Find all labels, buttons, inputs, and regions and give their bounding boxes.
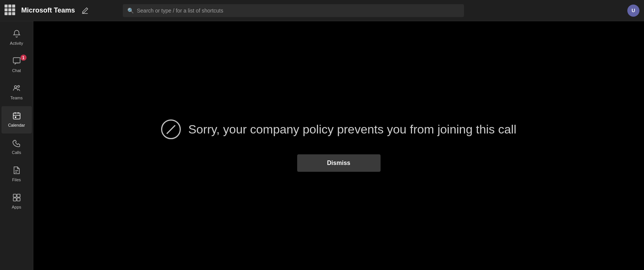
svg-rect-0 [13, 58, 20, 63]
main-layout: Activity 1 Chat Teams [0, 21, 644, 270]
topbar-right: U [627, 5, 639, 17]
teams-icon [13, 84, 21, 94]
sidebar-item-label-files: Files [12, 177, 21, 182]
topbar-left: Microsoft Teams [5, 5, 118, 17]
calls-icon [13, 139, 21, 149]
sidebar-item-chat[interactable]: 1 Chat [2, 52, 32, 79]
sidebar-item-label-apps: Apps [12, 205, 21, 210]
sidebar-item-teams[interactable]: Teams [2, 79, 32, 106]
apps-grid-icon[interactable] [5, 5, 17, 17]
files-icon [13, 166, 21, 176]
bell-icon [13, 30, 21, 39]
error-message: Sorry, your company policy prevents you … [161, 119, 517, 139]
svg-point-1 [14, 86, 17, 88]
sidebar-item-label-calls: Calls [12, 150, 21, 155]
sidebar-item-activity[interactable]: Activity [2, 24, 32, 52]
sidebar-item-label-calendar: Calendar [8, 123, 25, 128]
svg-rect-6 [17, 194, 20, 197]
svg-rect-8 [17, 198, 20, 201]
calendar-icon [13, 111, 21, 121]
sidebar-item-apps[interactable]: Apps [2, 188, 32, 215]
svg-point-2 [17, 86, 19, 88]
sidebar-item-calls[interactable]: Calls [2, 133, 32, 161]
ban-circle-icon [161, 119, 181, 139]
compose-icon[interactable] [80, 5, 90, 16]
sidebar-item-label-chat: Chat [12, 68, 21, 73]
avatar[interactable]: U [627, 5, 639, 17]
apps-icon [13, 193, 21, 203]
error-text: Sorry, your company policy prevents you … [188, 122, 517, 137]
chat-icon [13, 57, 21, 67]
app-title: Microsoft Teams [21, 6, 75, 14]
svg-rect-4 [15, 116, 16, 118]
sidebar-item-label-teams: Teams [10, 96, 22, 100]
search-placeholder: Search or type / for a list of shortcuts [137, 8, 223, 14]
search-bar[interactable]: 🔍 Search or type / for a list of shortcu… [123, 4, 464, 17]
sidebar-item-calendar[interactable]: Calendar [2, 106, 32, 133]
sidebar-item-label-activity: Activity [10, 41, 23, 46]
content-area: Sorry, your company policy prevents you … [33, 21, 644, 270]
dismiss-button[interactable]: Dismiss [297, 154, 381, 172]
sidebar-item-files[interactable]: Files [2, 161, 32, 188]
chat-badge: 1 [20, 55, 27, 61]
search-icon: 🔍 [127, 8, 134, 14]
svg-rect-7 [13, 198, 16, 201]
svg-rect-5 [13, 194, 16, 197]
svg-rect-3 [13, 113, 20, 119]
sidebar: Activity 1 Chat Teams [0, 21, 33, 270]
topbar: Microsoft Teams 🔍 Search or type / for a… [0, 0, 644, 21]
